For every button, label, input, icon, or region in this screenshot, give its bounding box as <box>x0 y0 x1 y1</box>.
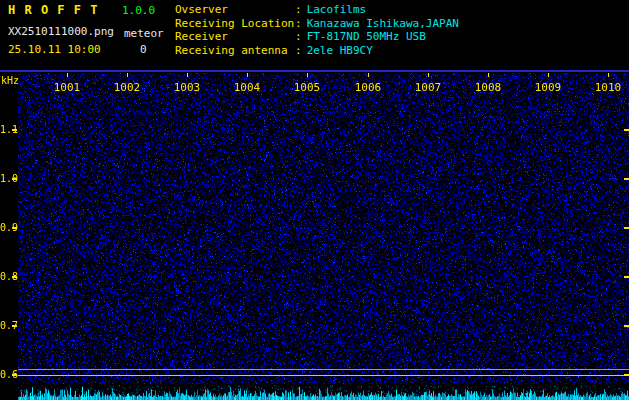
time-tick <box>247 73 248 77</box>
mode-label: meteor <box>124 27 164 40</box>
freq-tick <box>12 325 17 327</box>
time-tick <box>428 73 429 77</box>
freq-tick-right <box>624 178 629 180</box>
station-info: Ovserver:Lacofilms Receiving Location:Ka… <box>175 3 459 57</box>
observation-datetime: 25.10.11 10:00 <box>8 43 101 56</box>
freq-tick <box>12 178 17 180</box>
echo-count: 0 <box>140 43 147 56</box>
time-tick <box>488 73 489 77</box>
freq-tick <box>12 227 17 229</box>
time-tick-label: 1003 <box>169 81 205 94</box>
info-label: Receiving Location <box>175 17 295 31</box>
info-value: Lacofilms <box>307 3 367 16</box>
info-colon: : <box>295 30 302 43</box>
hrofft-window: H R O F F T 1.0.0 XX2510111000.png meteo… <box>0 0 629 400</box>
info-row-observer: Ovserver:Lacofilms <box>175 3 459 17</box>
reference-line-upper <box>18 369 629 370</box>
time-tick-label: 1005 <box>289 81 325 94</box>
freq-tick-right <box>624 276 629 278</box>
output-filename: XX2510111000.png <box>8 25 114 38</box>
time-tick-label: 1006 <box>350 81 386 94</box>
info-colon: : <box>295 17 302 30</box>
header-separator-line <box>0 70 629 72</box>
time-tick-label: 1001 <box>49 81 85 94</box>
info-colon: : <box>295 44 302 57</box>
time-tick-label: 1010 <box>590 81 626 94</box>
info-value: FT-817ND 50MHz USB <box>307 30 426 43</box>
info-label: Receiver <box>175 30 295 44</box>
time-tick <box>67 73 68 77</box>
signal-level-canvas <box>18 385 629 400</box>
info-colon: : <box>295 3 302 16</box>
signal-level-meter <box>18 385 629 400</box>
freq-tick <box>12 374 17 376</box>
info-value: 2ele HB9CY <box>307 44 373 57</box>
info-row-antenna: Receiving antenna:2ele HB9CY <box>175 44 459 58</box>
time-tick <box>548 73 549 77</box>
freq-tick <box>12 276 17 278</box>
time-tick <box>307 73 308 77</box>
reference-line-lower <box>18 375 629 376</box>
time-tick-label: 1008 <box>470 81 506 94</box>
time-tick <box>187 73 188 77</box>
freq-tick-right <box>624 325 629 327</box>
time-tick-label: 1009 <box>530 81 566 94</box>
info-row-receiver: Receiver:FT-817ND 50MHz USB <box>175 30 459 44</box>
spectrogram-noise-canvas <box>18 73 629 384</box>
info-label: Ovserver <box>175 3 295 17</box>
freq-tick-right <box>624 227 629 229</box>
freq-tick-right <box>624 374 629 376</box>
info-value: Kanazawa Ishikawa,JAPAN <box>307 17 459 30</box>
info-row-location: Receiving Location:Kanazawa Ishikawa,JAP… <box>175 17 459 31</box>
app-title: H R O F F T <box>8 3 98 17</box>
time-tick-label: 1002 <box>109 81 145 94</box>
info-label: Receiving antenna <box>175 44 295 58</box>
freq-tick-right <box>624 129 629 131</box>
time-tick <box>127 73 128 77</box>
time-tick <box>608 73 609 77</box>
freq-unit-label: kHz <box>1 75 19 86</box>
spectrogram-plot: 1001 1002 1003 1004 1005 1006 1007 1008 … <box>18 73 629 384</box>
time-tick-label: 1004 <box>229 81 265 94</box>
app-version: 1.0.0 <box>122 4 155 17</box>
time-tick <box>368 73 369 77</box>
freq-tick <box>12 129 17 131</box>
time-tick-label: 1007 <box>410 81 446 94</box>
